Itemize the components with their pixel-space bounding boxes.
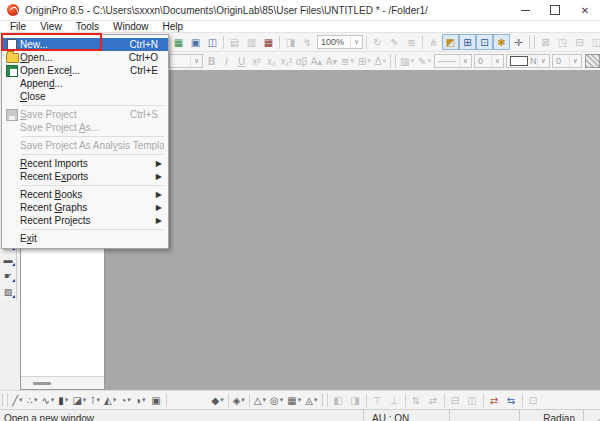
toolbar-handle[interactable] (322, 393, 328, 407)
menu-item-open[interactable]: Open...Ctrl+O (2, 51, 168, 64)
line-width-combo[interactable]: 0∨ (474, 54, 504, 68)
menu-item-open-excel[interactable]: Open Excel...Ctrl+E (2, 64, 168, 77)
border-button[interactable]: ⊞▾ (356, 53, 373, 69)
import-wizard-button[interactable]: ▤ (226, 34, 243, 50)
subscript-button[interactable]: x₂ (264, 53, 279, 69)
menubar-item-tools[interactable]: Tools (69, 21, 106, 32)
cascade-windows-button[interactable]: ◳ (554, 34, 571, 50)
menu-item-recent-projects[interactable]: Recent Projects▶ (2, 214, 168, 227)
align-horizontal-button[interactable]: ⇄ (425, 392, 442, 408)
line-symbol-graph-button[interactable]: ∿▾ (39, 392, 56, 408)
stock-graph-button[interactable]: ⊺▾ (88, 392, 102, 408)
add-column-button[interactable]: ✛ (510, 34, 527, 50)
area-graph-button[interactable]: ◭▾ (102, 392, 118, 408)
zoom-combo[interactable]: 100%∨ (317, 35, 363, 49)
fill-color-button[interactable]: ▨▾ (398, 53, 416, 69)
contour-plot-button[interactable]: ◎▾ (268, 392, 285, 408)
supersubscript-button[interactable]: x₁² (279, 53, 294, 69)
paragraph-align-button[interactable]: ≣▾ (339, 53, 356, 69)
list-view-button[interactable]: ≣ (403, 34, 420, 50)
underline-button[interactable]: U (234, 53, 249, 69)
tile-vertically-button[interactable]: ◫ (588, 34, 600, 50)
send-to-back-button[interactable]: ⇆ (503, 392, 520, 408)
image-plot-button[interactable]: ▦▾ (285, 392, 303, 408)
rescale-button[interactable]: ⊠ (537, 34, 554, 50)
menu-item-save-project-as[interactable]: Save Project As... (2, 121, 168, 134)
menubar-item-help[interactable]: Help (156, 21, 191, 32)
submenu-arrow-icon: ▶ (156, 159, 164, 168)
distribute-v-button[interactable]: ◫ (464, 392, 481, 408)
font-size-combo[interactable]: ∨ (169, 54, 203, 68)
toolbar-handle[interactable] (390, 54, 396, 68)
bring-to-front-button[interactable]: ⇄ (486, 392, 503, 408)
menu-item-close[interactable]: Close (2, 90, 168, 103)
toolbar-handle[interactable] (529, 35, 535, 49)
project-tree-button[interactable]: ⋔ (425, 34, 442, 50)
line-graph-button[interactable]: ╱▾ (10, 392, 25, 408)
fill-pattern-combo[interactable]: N∨ (506, 54, 550, 68)
close-button[interactable]: ✕ (570, 0, 600, 20)
menubar-item-window[interactable]: Window (106, 21, 156, 32)
3d-surface-button[interactable]: ◈▾ (231, 392, 247, 408)
new-sheet-button[interactable]: ✎ (386, 34, 403, 50)
bold-button[interactable]: B (204, 53, 219, 69)
menu-item-recent-graphs[interactable]: Recent Graphs▶ (2, 201, 168, 214)
import-file-button[interactable]: ▥ (243, 34, 260, 50)
menu-item-append[interactable]: Append... (2, 77, 168, 90)
code-builder-button[interactable]: ✱ (493, 34, 510, 50)
align-left-button[interactable]: ◧ (330, 392, 347, 408)
results-log-button[interactable]: ⊞ (459, 34, 476, 50)
line-color-button[interactable]: ✎▾ (416, 53, 433, 69)
function-plot-button[interactable]: ◬▾ (303, 392, 319, 408)
pan-tool-button[interactable]: ☛ (1, 269, 15, 283)
align-right-button[interactable]: ◨ (347, 392, 364, 408)
polar-graph-button[interactable]: ◔▾ (118, 392, 133, 408)
decrease-font-button[interactable]: A▾ (324, 53, 339, 69)
script-window-button[interactable]: ⊡ (476, 34, 493, 50)
align-bottom-button[interactable]: ⊥ (386, 392, 403, 408)
distribute-h-button[interactable]: ⊟ (447, 392, 464, 408)
line-style-combo[interactable]: —— S∨ (434, 54, 472, 68)
run-script-button[interactable]: ↯ (299, 34, 316, 50)
project-explorer-button[interactable]: ◩ (442, 34, 459, 50)
group-button[interactable]: ⊡ (525, 392, 542, 408)
refresh-button[interactable]: ↻ (369, 34, 386, 50)
maximize-button[interactable] (540, 0, 570, 20)
pattern-swatch[interactable] (585, 54, 600, 68)
scatter-graph-button[interactable]: ∴▾ (25, 392, 40, 408)
toolbar-handle[interactable] (2, 393, 8, 407)
reimport-button[interactable]: ▦ (260, 34, 277, 50)
column-graph-button[interactable]: ▮▾ (56, 392, 70, 408)
3d-bar-button[interactable]: △▾ (252, 392, 268, 408)
rectangle-tool-button[interactable]: ▬ (1, 253, 15, 267)
save-all-button[interactable]: ◫ (204, 34, 221, 50)
pattern-width-combo[interactable]: 0∨ (552, 54, 582, 68)
image-graph-button[interactable]: ◪▾ (70, 392, 88, 408)
greek-button[interactable]: αβ (294, 53, 309, 69)
duplicate-button[interactable]: ◨ (282, 34, 299, 50)
font-color-button[interactable]: Δ▾ (373, 53, 388, 69)
resize-grip-icon[interactable]: ◢ (583, 410, 600, 421)
tile-horizontally-button[interactable]: ⊟ (571, 34, 588, 50)
open-excel-button[interactable]: ▦ (170, 34, 187, 50)
menu-item-save-project[interactable]: Save ProjectCtrl+S (2, 108, 168, 121)
menubar-item-view[interactable]: View (33, 21, 69, 32)
double-y-graph-button[interactable]: ◑▾ (133, 392, 148, 408)
hscroll-thumb[interactable] (33, 382, 51, 385)
region-tool-button[interactable]: ▧ (1, 285, 15, 299)
menu-item-exit[interactable]: Exit (2, 232, 168, 245)
template-library-button[interactable]: ▣ (147, 392, 164, 408)
menubar-item-file[interactable]: File (3, 21, 33, 32)
menu-item-save-project-as-analysis-template[interactable]: Save Project As Analysis Template... (2, 139, 168, 152)
menu-item-recent-books[interactable]: Recent Books▶ (2, 188, 168, 201)
menu-item-recent-exports[interactable]: Recent Exports▶ (2, 170, 168, 183)
menu-item-recent-imports[interactable]: Recent Imports▶ (2, 157, 168, 170)
3d-scatter-button[interactable]: ◆▾ (209, 392, 225, 408)
align-top-button[interactable]: ⊤ (369, 392, 386, 408)
align-vertical-button[interactable]: ⇅ (408, 392, 425, 408)
superscript-button[interactable]: x² (249, 53, 264, 69)
minimize-button[interactable] (510, 0, 540, 20)
save-project-button[interactable]: ▣ (187, 34, 204, 50)
increase-font-button[interactable]: A▴ (309, 53, 324, 69)
italic-button[interactable]: I (219, 53, 234, 69)
